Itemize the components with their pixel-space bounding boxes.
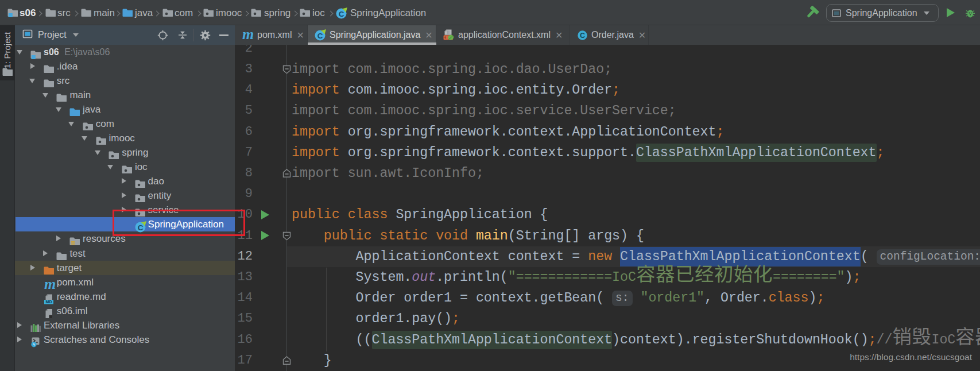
svg-text:C: C — [580, 32, 585, 40]
svg-text:‹: ‹ — [444, 34, 446, 40]
svg-text:m: m — [242, 29, 254, 41]
svg-text:C: C — [339, 10, 344, 18]
svg-text:m: m — [44, 279, 56, 291]
svg-text:C: C — [317, 32, 323, 40]
